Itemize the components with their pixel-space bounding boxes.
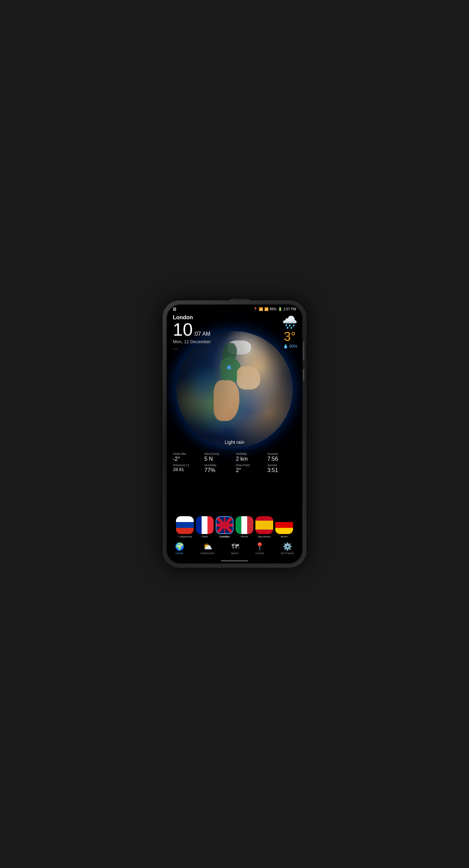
cities-icon: 📍 [255,542,264,551]
city-marker [228,366,230,369]
nav-forecast[interactable]: ⛅ FORECAST [201,542,215,555]
stat-sunset: Sunset 3:51 [266,463,297,474]
time-large: 10 [173,321,193,338]
stats-grid: Feels like -2° Wind (m/s) 5 N Visibility… [167,449,302,475]
wifi-icon: 📶 [259,307,263,311]
battery-icon: 🔋 [278,307,282,311]
nav-settings[interactable]: ⚙️ SETTINGS [281,542,294,555]
maps-icon: 🗺 [231,542,239,551]
city-label-paris: Paris [202,535,208,538]
city-label-london: London [219,535,229,538]
city-item-barcelona[interactable]: Barcelona [255,516,273,538]
humidity: 💧 60% [282,344,297,349]
stat-wind: Wind (m/s) 5 N [203,451,234,463]
time-suffix: :07 AM [193,331,211,337]
stat-pressure: Pressure (") 28.91 [172,463,203,474]
forecast-icon: ⛅ [203,542,212,551]
drop-icon: 💧 [283,344,288,349]
speaker [229,299,250,301]
stat-feels-like: Feels like -2° [172,451,203,463]
humidity-value: 60% [289,344,297,349]
nav-cities-label: CITIES [255,552,264,555]
stat-visibility: Visibility 2 km [234,451,266,463]
nav-maps-label: MAPS [231,552,239,555]
city-item-ulyanovsk[interactable]: * Ulyanovsk [176,516,194,538]
temperature: 3° [282,330,297,344]
status-right: 📍 📶 📶 89% 🔋 2:07 PM [253,307,296,311]
flag-spain [255,516,273,534]
stat-dew-point: Dew Point 2° [234,463,266,474]
flag-berlin [275,516,293,534]
signal-icon: 📶 [264,307,268,311]
main-content: London 10 :07 AM Mon, 11 December ⋯ 🌧️ 3… [167,312,302,513]
status-time: 2:07 PM [283,307,296,311]
screen-content: 🖼 📍 📶 📶 89% 🔋 2:07 PM London 10 [167,305,302,563]
nav-home[interactable]: 🌍 HOME [175,542,184,555]
bottom-pill [221,560,248,561]
city-item-rome[interactable]: Rome [236,516,253,538]
land-mideast [237,366,260,389]
weather-description: Light rain [225,439,244,445]
location-icon: 📍 [253,307,257,311]
city-item-paris[interactable]: Paris [196,516,214,538]
nav-home-label: HOME [176,552,183,555]
weather-icon: 🌧️ [282,315,297,330]
battery-text: 89% [270,307,277,311]
bottom-nav: 🌍 HOME ⛅ FORECAST 🗺 MAPS 📍 CITIES ⚙️ [167,540,302,559]
gallery-icon: 🖼 [173,307,176,311]
share-icon[interactable]: ⋯ [173,346,296,352]
cities-row: * Ulyanovsk Paris London Rome [167,513,302,540]
time-row: 10 :07 AM [173,321,296,338]
date-text: Mon, 11 December [173,339,296,344]
nav-cities[interactable]: 📍 CITIES [255,542,264,555]
nav-maps[interactable]: 🗺 MAPS [231,542,239,555]
flag-italy [236,516,253,534]
flag-uk [216,516,233,534]
status-bar: 🖼 📍 📶 📶 89% 🔋 2:07 PM [167,305,302,312]
status-left: 🖼 [173,307,176,311]
nav-forecast-label: FORECAST [201,552,215,555]
city-item-london[interactable]: London [216,516,233,538]
city-label-berlin: Berlin [281,535,288,538]
flag-france [196,516,214,534]
flag-russia [176,516,194,534]
temp-display: 🌧️ 3° 💧 60% [282,315,297,349]
city-label-ulyanovsk: * Ulyanovsk [178,535,192,538]
city-item-berlin[interactable]: Berlin [275,516,293,538]
phone-screen: 🖼 📍 📶 📶 89% 🔋 2:07 PM London 10 [167,305,302,563]
city-label-rome: Rome [241,535,248,538]
home-icon: 🌍 [175,542,184,551]
phone-frame: 🖼 📍 📶 📶 89% 🔋 2:07 PM London 10 [163,300,306,568]
nav-settings-label: SETTINGS [281,552,294,555]
city-label-barcelona: Barcelona [258,535,270,538]
land-africa [214,380,239,421]
stat-humidity: Humidity 77% [203,463,234,474]
stat-sunrise: Sunrise 7:56 [266,451,297,463]
settings-icon: ⚙️ [283,542,292,551]
